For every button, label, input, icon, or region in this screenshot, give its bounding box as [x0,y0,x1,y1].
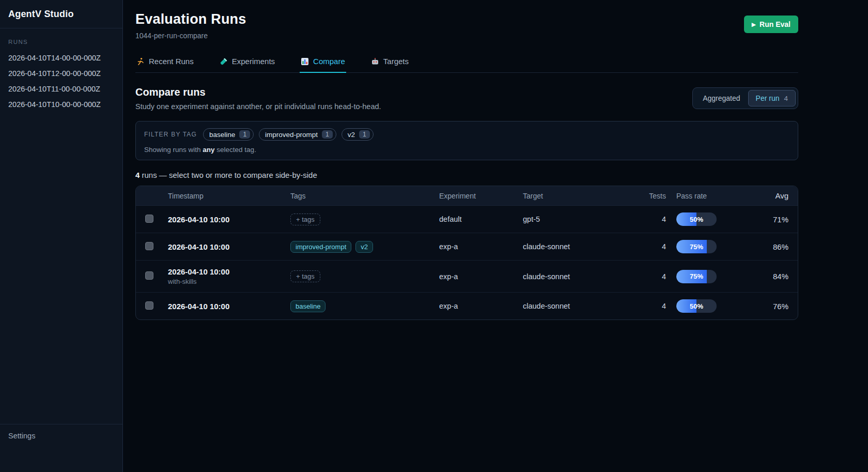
filter-tag-chip[interactable]: improved-prompt 1 [259,128,336,141]
run-avg: 76% [739,293,798,320]
compare-runs-heading: Compare runs [135,86,381,98]
filter-note: Showing runs with any selected tag. [144,146,789,154]
compare-runs-description: Study one experiment against another, or… [135,102,381,111]
test-tube-icon [220,57,228,66]
tab-recent-runs[interactable]: Recent Runs [135,52,195,73]
tab-targets[interactable]: Targets [370,52,410,73]
run-tags-cell: + tags [285,261,434,293]
run-tests: 4 [639,261,671,293]
run-experiment: exp-a [434,293,518,320]
filter-by-tag-label: FILTER BY TAG [144,131,197,138]
col-pass-rate: Pass rate [671,186,739,206]
per-run-label: Per run [756,94,780,102]
page-subtitle: 1044-per-run-compare [135,32,246,40]
sidebar-item-run[interactable]: 2026-04-10T10-00-00-000Z [0,97,122,112]
filter-chip-list: baseline 1 improved-prompt 1 v2 1 [203,128,374,141]
sidebar: AgentV Studio RUNS 2026-04-10T14-00-00-0… [0,0,123,472]
pass-rate-label: 75% [676,270,717,283]
header-checkbox-spacer [136,186,163,206]
row-checkbox[interactable] [145,215,153,223]
toggle-per-run[interactable]: Per run 4 [748,90,796,106]
run-timestamp: 2026-04-10 10:00 [168,267,280,276]
filter-tag-count: 1 [359,130,370,139]
run-tag-chip: baseline [290,300,326,312]
filter-note-emphasis: any [203,146,214,154]
tab-label: Experiments [232,57,275,66]
run-tag-chip: improved-prompt [290,241,351,253]
pass-rate-label: 50% [676,212,717,226]
run-tags-cell: baseline [285,293,434,320]
run-variant: with-skills [168,278,280,285]
filter-tag-name: improved-prompt [265,131,318,139]
page-title: Evaluation Runs [135,11,246,27]
run-avg: 71% [739,206,798,233]
run-tag-chip: v2 [355,241,373,253]
run-id-label: 2026-04-10T14-00-00-000Z [8,54,101,62]
col-tests: Tests [639,186,671,206]
tab-label: Targets [383,57,409,66]
col-timestamp: Timestamp [163,186,285,206]
run-experiment: default [434,206,518,233]
run-target: claude-sonnet [518,233,639,261]
run-tests: 4 [639,206,671,233]
sidebar-item-run[interactable]: 2026-04-10T11-00-00-000Z [0,81,122,97]
tab-label: Compare [313,57,345,66]
view-mode-toggle: Aggregated Per run 4 [692,87,798,109]
filter-tag-count: 1 [322,130,333,139]
run-tests: 4 [639,293,671,320]
col-avg: Avg [739,186,798,206]
pass-rate-label: 75% [676,240,717,253]
runs-table-card: Timestamp Tags Experiment Target Tests P… [135,186,798,320]
run-id-label: 2026-04-10T12-00-00-000Z [8,69,101,78]
tab-label: Recent Runs [149,57,194,66]
add-tags-button[interactable]: + tags [290,214,320,225]
runs-summary: 4 runs — select two or more to compare s… [135,171,798,179]
table-header-row: Timestamp Tags Experiment Target Tests P… [136,186,798,206]
play-icon: ▶ [752,21,756,28]
run-tests: 4 [639,233,671,261]
col-target: Target [518,186,639,206]
sidebar-item-run[interactable]: 2026-04-10T14-00-00-000Z [0,50,122,66]
run-experiment: exp-a [434,261,518,293]
run-tags-cell: + tags [285,206,434,233]
run-tags-cell: improved-promptv2 [285,233,434,261]
filter-tag-name: v2 [348,131,355,139]
run-target: claude-sonnet [518,293,639,320]
toggle-aggregated[interactable]: Aggregated [695,90,748,106]
per-run-count: 4 [784,95,788,102]
col-tags: Tags [285,186,434,206]
robot-icon [371,57,379,66]
run-eval-label: Run Eval [760,20,791,28]
run-eval-button[interactable]: ▶ Run Eval [744,16,798,33]
tab-experiments[interactable]: Experiments [219,52,276,73]
run-timestamp: 2026-04-10 10:00 [168,215,280,224]
pass-rate-pill: 75% [676,240,717,253]
table-row: 2026-04-10 10:00 improved-promptv2 exp-a… [136,233,798,261]
bar-chart-icon [301,57,309,66]
filter-tag-chip[interactable]: v2 1 [342,128,374,141]
row-checkbox[interactable] [145,242,153,250]
filter-tag-name: baseline [209,131,235,139]
pass-rate-pill: 50% [676,212,717,226]
row-checkbox[interactable] [145,271,153,280]
row-checkbox[interactable] [145,301,153,310]
runs-list: 2026-04-10T14-00-00-000Z2026-04-10T12-00… [0,50,122,112]
filter-by-tag-panel: FILTER BY TAG baseline 1 improved-prompt… [135,121,798,160]
add-tags-button[interactable]: + tags [290,270,320,282]
table-row: 2026-04-10 10:00 with-skills + tags exp-… [136,261,798,293]
main-content: Evaluation Runs 1044-per-run-compare ▶ R… [123,0,868,472]
table-row: 2026-04-10 10:00 baseline exp-a claude-s… [136,293,798,320]
run-id-label: 2026-04-10T10-00-00-000Z [8,100,101,109]
sidebar-item-run[interactable]: 2026-04-10T12-00-00-000Z [0,66,122,81]
table-row: 2026-04-10 10:00 + tags default gpt-5 4 … [136,206,798,233]
pass-rate-pill: 50% [676,299,717,313]
filter-tag-count: 1 [239,130,250,139]
runs-section-label: RUNS [0,28,122,50]
pass-rate-pill: 75% [676,270,717,283]
run-avg: 84% [739,261,798,293]
filter-tag-chip[interactable]: baseline 1 [203,128,254,141]
tab-compare[interactable]: Compare [300,52,346,73]
sidebar-item-settings[interactable]: Settings [0,424,122,472]
app-title: AgentV Studio [0,0,122,28]
pass-rate-label: 50% [676,299,717,313]
